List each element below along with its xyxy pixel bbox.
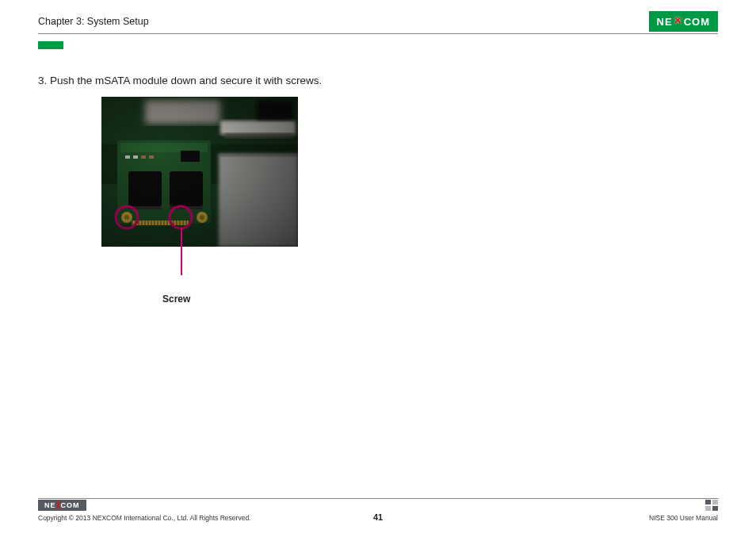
logo-x-icon [673,14,684,29]
manual-page: Chapter 3: System Setup NE COM 3. Push t… [0,0,756,533]
svg-rect-49 [712,506,718,511]
callout-label-screw: Screw [162,293,190,305]
footer-nexcom-logo: NE╳COM [38,500,86,511]
chapter-title: Chapter 3: System Setup [38,16,149,27]
svg-rect-46 [705,500,711,504]
footer-logo-text: NE╳COM [44,501,80,509]
footer-corner-icon [705,500,718,511]
document-name: NISE 300 User Manual [649,514,718,522]
figure-msata-screws [101,97,300,247]
section-tab [38,41,63,49]
callout-leader-line [181,228,182,275]
photo-msata-board [101,97,298,247]
page-header: Chapter 3: System Setup NE COM [38,12,718,31]
page-number: 41 [0,512,756,522]
instruction-step-3: 3. Push the mSATA module down and secure… [38,75,322,86]
svg-rect-48 [705,506,711,511]
footer-divider [38,498,718,499]
svg-rect-47 [712,500,718,504]
logo-text-left: NE [657,16,673,28]
svg-rect-45 [101,97,298,247]
logo-text-right: COM [684,16,710,28]
header-divider [38,33,718,34]
nexcom-logo: NE COM [649,11,718,32]
